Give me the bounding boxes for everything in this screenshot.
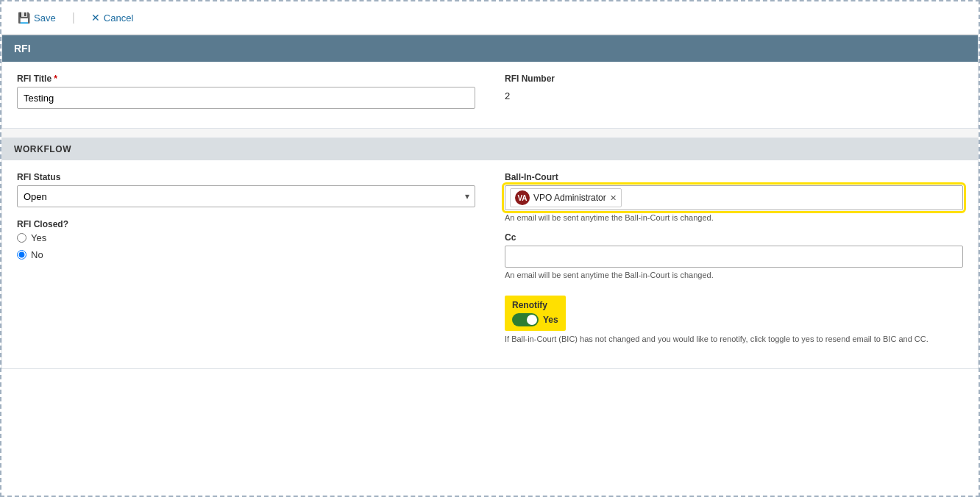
workflow-left-col: RFI Status Open Closed Pending RFI Close… bbox=[17, 172, 475, 345]
rfi-title-row: RFI Title * RFI Number 2 bbox=[17, 74, 963, 109]
required-star: * bbox=[54, 74, 57, 84]
renotify-yes-label: Yes bbox=[543, 315, 558, 325]
rfi-section: RFI RFI Title * RFI Number 2 bbox=[1, 35, 979, 129]
cancel-button[interactable]: ✕ Cancel bbox=[87, 9, 138, 26]
renotify-label: Renotify bbox=[512, 300, 558, 310]
rfi-closed-radio-group: Yes No bbox=[17, 232, 475, 260]
cancel-icon: ✕ bbox=[91, 12, 100, 24]
cc-input[interactable] bbox=[505, 246, 963, 268]
rfi-title-col: RFI Title * bbox=[17, 74, 475, 109]
workflow-form-area: RFI Status Open Closed Pending RFI Close… bbox=[2, 160, 978, 368]
save-label: Save bbox=[34, 12, 56, 24]
rfi-number-col: RFI Number 2 bbox=[505, 74, 963, 109]
workflow-section: WORKFLOW RFI Status Open Closed Pending bbox=[1, 137, 979, 369]
cancel-label: Cancel bbox=[104, 12, 133, 24]
rfi-status-select-wrapper: Open Closed Pending bbox=[17, 185, 475, 207]
rfi-closed-no-option[interactable]: No bbox=[17, 249, 475, 260]
bic-tag: VA VPO Administrator ✕ bbox=[510, 188, 622, 207]
rfi-number-value: 2 bbox=[505, 87, 963, 105]
bic-label: Ball-In-Court bbox=[505, 172, 963, 182]
save-button[interactable]: 💾 Save bbox=[13, 9, 60, 26]
toolbar: 💾 Save | ✕ Cancel bbox=[1, 1, 979, 35]
bic-remove-button[interactable]: ✕ bbox=[610, 194, 617, 202]
rfi-status-select[interactable]: Open Closed Pending bbox=[17, 185, 475, 207]
rfi-section-header: RFI bbox=[2, 35, 978, 62]
workflow-right-col: Ball-In-Court VA VPO Administrator ✕ An … bbox=[505, 172, 963, 345]
workflow-section-header: WORKFLOW bbox=[2, 138, 978, 160]
rfi-status-label: RFI Status bbox=[17, 172, 475, 182]
rfi-form-area: RFI Title * RFI Number 2 bbox=[2, 62, 978, 128]
toggle-slider bbox=[512, 313, 539, 326]
bic-avatar: VA bbox=[515, 190, 530, 205]
rfi-closed-label: RFI Closed? bbox=[17, 219, 475, 229]
rfi-title-label: RFI Title * bbox=[17, 74, 475, 84]
page-container: 💾 Save | ✕ Cancel RFI RFI Title * bbox=[0, 0, 980, 497]
cc-helper-text: An email will be sent anytime the Ball-i… bbox=[505, 271, 963, 279]
rfi-closed-no-radio[interactable] bbox=[17, 250, 26, 260]
renotify-toggle[interactable] bbox=[512, 313, 539, 326]
rfi-closed-yes-option[interactable]: Yes bbox=[17, 232, 475, 243]
section-gap bbox=[1, 129, 979, 137]
rfi-title-input[interactable] bbox=[17, 87, 475, 109]
workflow-row: RFI Status Open Closed Pending RFI Close… bbox=[17, 172, 963, 345]
bic-name: VPO Administrator bbox=[533, 193, 606, 203]
rfi-number-label: RFI Number bbox=[505, 74, 963, 84]
renotify-toggle-row: Yes bbox=[512, 313, 558, 326]
rfi-closed-yes-radio[interactable] bbox=[17, 233, 26, 243]
renotify-wrapper: Renotify Yes bbox=[505, 296, 566, 331]
cc-label: Cc bbox=[505, 232, 963, 243]
bic-field[interactable]: VA VPO Administrator ✕ bbox=[505, 185, 963, 210]
save-icon: 💾 bbox=[18, 12, 30, 24]
renotify-desc: If Ball-in-Court (BIC) has not changed a… bbox=[505, 334, 961, 345]
bic-helper-text: An email will be sent anytime the Ball-i… bbox=[505, 213, 963, 222]
toolbar-divider: | bbox=[72, 11, 75, 24]
